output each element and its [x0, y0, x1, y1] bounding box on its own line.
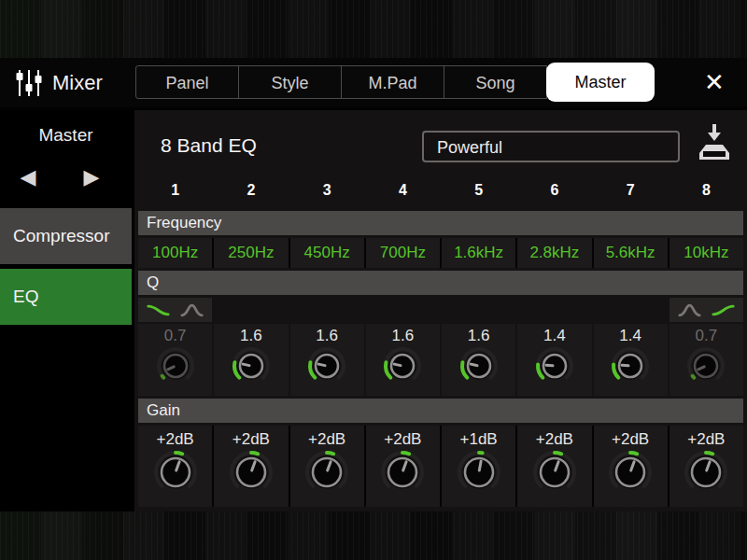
knob-dial: [458, 344, 500, 387]
band-type-selector[interactable]: [138, 298, 212, 322]
save-button[interactable]: [695, 121, 734, 166]
q-knob-cell[interactable]: 1.6: [290, 324, 364, 396]
tab-panel[interactable]: Panel: [135, 65, 239, 99]
part-next-button[interactable]: ▶: [71, 159, 112, 196]
gain-knob[interactable]: [303, 448, 351, 500]
band-number: 7: [594, 175, 668, 205]
q-knob-cell[interactable]: 0.7: [669, 324, 743, 396]
q-knob-cell[interactable]: 1.6: [214, 324, 288, 396]
knob-dial: [682, 448, 730, 497]
window-titlebar: Mixer PanelStyleM.PadSongMaster ✕: [0, 58, 747, 107]
q-knob[interactable]: [684, 344, 727, 391]
q-knob[interactable]: [609, 344, 652, 391]
q-knob[interactable]: [458, 344, 500, 391]
gain-value: +2dB: [157, 426, 194, 450]
q-knob[interactable]: [533, 344, 576, 391]
preset-selector[interactable]: Powerful: [422, 131, 680, 162]
frequency-value[interactable]: 5.6kHz: [594, 238, 668, 268]
q-knob-cell[interactable]: 1.4: [517, 324, 591, 396]
gain-value: +2dB: [308, 426, 345, 450]
knob-dial: [230, 344, 273, 387]
save-to-device-icon: [697, 122, 732, 163]
band-number: 4: [366, 175, 440, 205]
gain-value: +2dB: [612, 426, 649, 450]
knob-dial: [381, 344, 424, 387]
q-knob-cell[interactable]: 1.6: [442, 324, 515, 396]
gain-knob[interactable]: [151, 448, 200, 500]
band-number: 2: [214, 175, 288, 205]
sidebar: Master ◀ ▶ CompressorEQ: [0, 110, 132, 511]
gain-knob[interactable]: [682, 448, 730, 500]
part-prev-button[interactable]: ◀: [7, 159, 49, 196]
part-selector-arrows: ◀ ▶: [0, 159, 132, 196]
gain-knob-cell[interactable]: +2dB: [366, 426, 440, 507]
gain-value: +2dB: [384, 426, 421, 450]
q-knob[interactable]: [154, 344, 197, 391]
gain-knob-cell[interactable]: +2dB: [594, 426, 668, 507]
gain-value: +2dB: [233, 426, 270, 450]
frequency-value[interactable]: 250Hz: [214, 238, 288, 268]
gain-knob-cell[interactable]: +2dB: [669, 426, 743, 507]
frequency-value[interactable]: 1.6kHz: [442, 238, 515, 268]
q-knob[interactable]: [230, 344, 273, 391]
frequency-value[interactable]: 100Hz: [138, 238, 212, 268]
mixer-sliders-icon: [15, 68, 43, 102]
tab-style[interactable]: Style: [238, 65, 342, 99]
sidebar-item-compressor[interactable]: Compressor: [0, 208, 132, 264]
knob-dial: [154, 344, 197, 387]
gain-knob-cell[interactable]: +2dB: [517, 426, 591, 507]
q-band-column: 0.7: [138, 298, 212, 396]
gain-knob[interactable]: [455, 448, 503, 500]
q-band-column: 1.6: [442, 298, 515, 396]
high-shelf-icon: [711, 303, 736, 317]
sidebar-item-eq[interactable]: EQ: [0, 269, 132, 325]
gain-knob-cell[interactable]: +1dB: [442, 426, 515, 507]
close-icon: ✕: [704, 68, 725, 96]
band-number: 1: [138, 175, 212, 205]
gain-knob[interactable]: [606, 448, 655, 500]
gain-value: +1dB: [460, 426, 498, 450]
part-selector-label: Master: [0, 125, 132, 146]
knob-dial: [303, 448, 351, 497]
gain-knob-cell[interactable]: +2dB: [290, 426, 364, 507]
q-knob-cell[interactable]: 0.7: [138, 324, 212, 396]
gain-knob-cell[interactable]: +2dB: [138, 426, 212, 507]
q-value: 1.4: [543, 324, 566, 346]
frequency-value[interactable]: 450Hz: [290, 238, 364, 268]
peak-icon: [677, 303, 702, 317]
panel-title: 8 Band EQ: [161, 134, 257, 157]
gain-knob[interactable]: [227, 448, 275, 500]
knob-dial: [533, 344, 576, 387]
frequency-value[interactable]: 10kHz: [669, 238, 743, 268]
sidebar-items: CompressorEQ: [0, 208, 132, 329]
q-knob-cell[interactable]: 1.4: [594, 324, 668, 396]
knob-dial: [378, 448, 427, 497]
tab-mpad[interactable]: M.Pad: [341, 65, 444, 99]
low-shelf-icon: [146, 303, 171, 317]
preset-value: Powerful: [437, 138, 502, 157]
q-knob[interactable]: [381, 344, 424, 391]
screen-background: Mixer PanelStyleM.PadSongMaster ✕ Master…: [0, 0, 747, 560]
gain-knob-cell[interactable]: +2dB: [214, 426, 288, 507]
close-button[interactable]: ✕: [693, 58, 736, 107]
band-numbers-row: 12345678: [138, 175, 743, 205]
gain-knob[interactable]: [530, 448, 579, 500]
q-value: 1.4: [619, 324, 641, 346]
gain-value: +2dB: [687, 426, 725, 450]
q-row-label: Q: [138, 271, 743, 295]
q-band-column: 1.6: [366, 298, 440, 396]
q-band-column: 0.7: [669, 298, 743, 396]
band-type-selector[interactable]: [669, 298, 743, 322]
gain-knob[interactable]: [378, 448, 427, 500]
q-knob-cell[interactable]: 1.6: [366, 324, 440, 396]
q-value: 1.6: [468, 324, 490, 346]
q-knob[interactable]: [305, 344, 348, 391]
q-value: 1.6: [240, 324, 262, 346]
frequency-value[interactable]: 700Hz: [366, 238, 440, 268]
knob-dial: [609, 344, 652, 387]
frequency-value[interactable]: 2.8kHz: [517, 238, 591, 268]
q-value: 1.6: [392, 324, 415, 346]
tab-song[interactable]: Song: [444, 65, 547, 99]
tab-master[interactable]: Master: [546, 63, 655, 102]
tab-bar: PanelStyleM.PadSongMaster: [135, 65, 655, 101]
